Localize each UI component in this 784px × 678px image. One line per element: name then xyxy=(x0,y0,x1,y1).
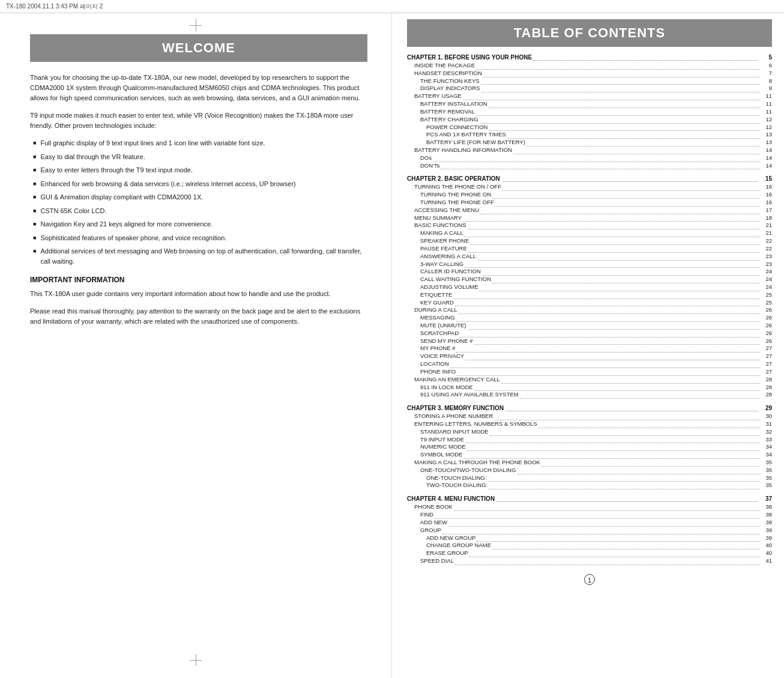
toc-item-dots xyxy=(448,522,760,527)
page-circle: 1 xyxy=(584,574,595,585)
toc-item-page: 22 xyxy=(761,237,772,245)
toc-item: SCRATCHPAD26 xyxy=(407,330,772,337)
toc-item: BATTERY HANDLING INFORMATION14 xyxy=(407,147,772,154)
toc-item-label: 3-WAY CALLING xyxy=(407,261,463,268)
toc-item-label: SPEAKER PHONE xyxy=(407,237,469,245)
toc-item: PHONE BOOK38 xyxy=(407,503,772,511)
toc-item-page: 27 xyxy=(761,368,772,376)
toc-item-dots xyxy=(442,530,760,534)
chapter-page: 5 xyxy=(760,54,772,61)
toc-item-label: ACCESSING THE MENU xyxy=(407,207,479,214)
toc-item-page: 9 xyxy=(761,85,772,92)
toc-item: BASIC FUNCTIONS21 xyxy=(407,222,772,229)
toc-item-dots xyxy=(435,515,760,519)
toc-item-dots xyxy=(454,507,760,511)
bullet-item: Enhanced for web browsing & data service… xyxy=(33,179,367,189)
toc-item-page: 24 xyxy=(761,283,772,291)
header-label: TX-180 2004.11.1 3:43 PM 페이지 2 xyxy=(6,2,103,11)
toc-item-page: 17 xyxy=(761,207,772,214)
toc-item-dots xyxy=(455,561,760,565)
toc-item-label: NUMERIC MODE xyxy=(407,443,465,451)
toc-item-label: DISPLAY INDICATORS xyxy=(407,85,480,92)
chapter-dots xyxy=(534,56,758,61)
toc-item: BATTERY USAGE11 xyxy=(407,92,772,100)
toc-item-page: 24 xyxy=(761,276,772,283)
toc-item-label: BATTERY HANDLING INFORMATION xyxy=(407,147,512,154)
reg-mark-bottom xyxy=(190,654,202,666)
toc-item: ONE-TOUCH/TWO-TOUCH DIALING35 xyxy=(407,467,772,474)
toc-item-dots xyxy=(517,470,760,474)
toc-item-page: 28 xyxy=(761,376,772,384)
toc-item-label: MUTE (UNMUTE) xyxy=(407,322,466,330)
toc-item-dots xyxy=(459,310,760,314)
chapter-row: CHAPTER 4. MENU FUNCTION37 xyxy=(407,495,772,502)
toc-item-dots xyxy=(489,485,760,489)
toc-chapter-section: CHAPTER 2. BASIC OPERATION15TURNING THE … xyxy=(407,175,772,399)
toc-item: DOs14 xyxy=(407,154,772,162)
toc-item-label: INSIDE THE PACKAGE xyxy=(407,62,475,70)
toc-item-dots xyxy=(480,210,760,214)
toc-item: DON'Ts14 xyxy=(407,162,772,170)
toc-item-label: ENTERING LETTERS, NUMBERS & SYMBOLS xyxy=(407,420,537,428)
toc-item: GROUP39 xyxy=(407,527,772,534)
toc-item-dots xyxy=(433,158,760,162)
toc-item-page: 35 xyxy=(761,467,772,474)
toc-item-label: DON'Ts xyxy=(407,162,439,170)
toc-item-page: 30 xyxy=(761,413,772,420)
toc-item-page: 16 xyxy=(761,183,772,191)
toc-item-dots xyxy=(468,249,760,253)
toc-item: ADJUSTING VOLUME24 xyxy=(407,283,772,291)
toc-item-dots xyxy=(463,96,760,100)
toc-item-label: THE FUNCTION KEYS xyxy=(407,77,480,85)
toc-item-label: ONE-TOUCH/TWO-TOUCH DIALING xyxy=(407,467,516,474)
toc-item-page: 13 xyxy=(761,131,772,139)
toc-item-label: GROUP xyxy=(407,527,441,534)
toc-item-page: 23 xyxy=(761,261,772,268)
toc-item-label: TURNING THE PHONE ON xyxy=(407,191,491,199)
toc-item-label: 911 USING ANY AVAILABLE SYSTEM xyxy=(407,391,519,399)
toc-item-label: TWO-TOUCH DIALING: xyxy=(407,482,487,489)
toc-item-page: 21 xyxy=(761,229,772,237)
toc-item-dots xyxy=(470,241,760,245)
toc-item-label: LOCATION xyxy=(407,360,449,368)
toc-item-dots xyxy=(495,202,760,207)
toc-item: CALL WAITING FUNCTION24 xyxy=(407,276,772,283)
toc-item-label: VOICE PRIVACY xyxy=(407,353,464,360)
toc-item: MAKING A CALL THROUGH THE PHONE BOOK35 xyxy=(407,459,772,467)
toc-item-dots xyxy=(488,477,760,482)
toc-item-label: TURNING THE PHONE ON / OFF xyxy=(407,183,501,191)
toc-item-page: 26 xyxy=(761,337,772,345)
toc-item: ACCESSING THE MENU17 xyxy=(407,207,772,214)
toc-item: ERASE GROUP40 xyxy=(407,549,772,557)
toc-item-dots xyxy=(476,65,760,70)
toc-item-label: MY PHONE # xyxy=(407,345,455,353)
toc-item-dots xyxy=(465,264,760,268)
toc-item-label: ADD NEW GROUP xyxy=(407,534,475,542)
toc-item-dots xyxy=(476,112,760,116)
toc-item-dots xyxy=(520,395,760,399)
toc-item-page: 35 xyxy=(761,459,772,467)
toc-item: MESSAGING26 xyxy=(407,314,772,322)
toc-item-dots xyxy=(474,387,760,391)
chapter-row: CHAPTER 3. MEMORY FUNCTION29 xyxy=(407,405,772,411)
toc-item-label: SYMBOL MODE xyxy=(407,451,462,459)
toc-item: SEND MY PHONE #26 xyxy=(407,337,772,345)
left-panel: WELCOME Thank you for choosing the up-to… xyxy=(0,13,392,678)
toc-item: ADD NEW39 xyxy=(407,519,772,527)
toc-item-page: 23 xyxy=(761,253,772,261)
toc-item-label: BATTERY USAGE xyxy=(407,92,462,100)
toc-chapter-section: CHAPTER 3. MEMORY FUNCTION29STORING A PH… xyxy=(407,405,772,489)
toc-item: DURING A CALL26 xyxy=(407,306,772,314)
toc-item-dots xyxy=(482,271,760,276)
toc-title: TABLE OF CONTENTS xyxy=(407,19,772,47)
toc-item-label: SCRATCHPAD xyxy=(407,330,459,337)
toc-item: ADD NEW GROUP39 xyxy=(407,534,772,542)
toc-item-page: 18 xyxy=(761,214,772,222)
chapter-dots xyxy=(502,177,758,182)
toc-item: VOICE PRIVACY27 xyxy=(407,353,772,360)
chapter-title: CHAPTER 4. MENU FUNCTION xyxy=(407,495,495,502)
toc-item-dots xyxy=(513,150,760,154)
chapter-page: 29 xyxy=(760,405,772,411)
page-number-area: 1 xyxy=(407,574,772,585)
toc-item-page: 24 xyxy=(761,268,772,276)
